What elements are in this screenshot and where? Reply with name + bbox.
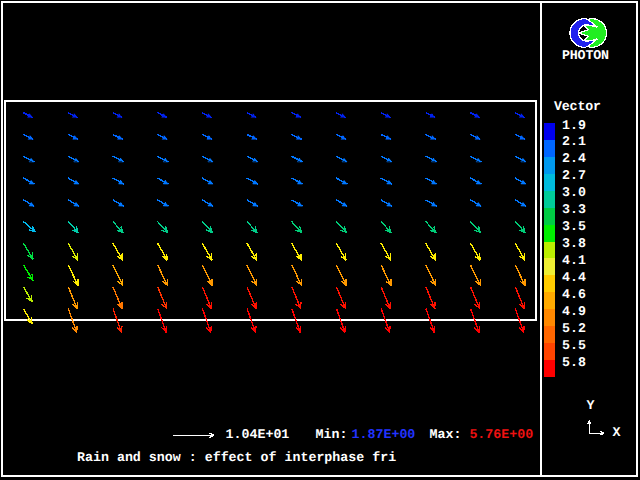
svg-text:2.7: 2.7 <box>562 168 586 183</box>
svg-text:3.8: 3.8 <box>562 236 586 251</box>
svg-text:2.4: 2.4 <box>562 151 586 166</box>
svg-text:1.9: 1.9 <box>562 118 586 133</box>
svg-text:5.76E+00: 5.76E+00 <box>469 427 533 442</box>
svg-text:3.3: 3.3 <box>562 202 586 217</box>
svg-text:X: X <box>613 425 621 440</box>
svg-text:5.2: 5.2 <box>562 321 586 336</box>
svg-text:Vector: Vector <box>554 99 601 114</box>
svg-text:5.5: 5.5 <box>562 338 586 353</box>
svg-text:4.4: 4.4 <box>562 270 586 285</box>
svg-text:3.0: 3.0 <box>562 185 586 200</box>
svg-text:3.5: 3.5 <box>562 219 586 234</box>
svg-text:4.9: 4.9 <box>562 304 586 319</box>
svg-text:1.04E+01: 1.04E+01 <box>226 427 290 442</box>
svg-text:4.1: 4.1 <box>562 253 586 268</box>
svg-text:Max:: Max: <box>430 427 462 442</box>
svg-text:Rain and snow : effect of inte: Rain and snow : effect of interphase fri <box>77 450 396 465</box>
svg-text:5.8: 5.8 <box>562 355 586 370</box>
svg-text:Y: Y <box>587 398 595 413</box>
svg-text:1.87E+00: 1.87E+00 <box>352 427 416 442</box>
svg-text:PHOTON: PHOTON <box>562 48 609 63</box>
svg-text:4.6: 4.6 <box>562 287 586 302</box>
svg-text:Min:: Min: <box>316 427 348 442</box>
svg-text:2.1: 2.1 <box>562 134 586 149</box>
